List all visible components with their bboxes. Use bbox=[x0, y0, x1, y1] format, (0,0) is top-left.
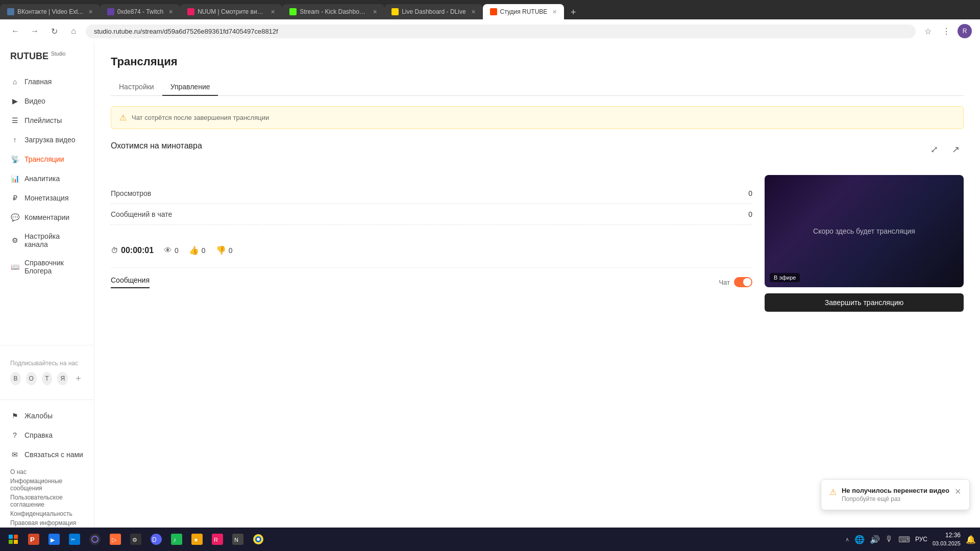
viewer-count: 👁 0 bbox=[164, 246, 179, 255]
footer-link-info[interactable]: Информационные сообщения bbox=[10, 478, 84, 492]
taskbar-expand[interactable]: ∧ bbox=[845, 536, 849, 543]
stream-title: Охотимся на минотавра bbox=[111, 141, 202, 151]
nav-item-home[interactable]: ⌂ Главная bbox=[0, 72, 94, 91]
sidebar: RUTUBE Studio ⌂ Главная ▶ Видео ☰ Плейли… bbox=[0, 43, 94, 551]
social-vk[interactable]: В bbox=[10, 372, 21, 385]
nav-item-comments[interactable]: 💬 Комментарии bbox=[0, 208, 94, 227]
social-zen[interactable]: Я bbox=[57, 372, 68, 385]
stat-views-label: Просмотров bbox=[111, 189, 737, 197]
footer-link-terms[interactable]: Пользовательское соглашение bbox=[10, 494, 84, 508]
taskbar-discord[interactable]: D bbox=[147, 530, 165, 548]
nav-item-analytics[interactable]: 📊 Аналитика bbox=[0, 169, 94, 188]
main-content: Трансляция Настройки Управление ⚠ Чат со… bbox=[94, 43, 980, 551]
tab-settings[interactable]: Настройки bbox=[111, 79, 162, 96]
footer-link-legal[interactable]: Правовая информация bbox=[10, 519, 84, 527]
taskbar-snip[interactable]: ✂ bbox=[65, 530, 84, 548]
taskbar-system-tray: ∧ 🌐 🔊 🎙 ⌨ РУС 12:36 03.03.2025 🔔 bbox=[845, 531, 976, 547]
chat-toggle-switch[interactable] bbox=[734, 277, 752, 287]
new-tab-button[interactable]: + bbox=[566, 5, 580, 19]
taskbar-app9[interactable]: ★ bbox=[188, 530, 206, 548]
social-icons: В О T Я + bbox=[10, 372, 84, 385]
tab-dlive-close[interactable]: ✕ bbox=[471, 9, 476, 15]
notification-close[interactable]: ✕ bbox=[954, 487, 961, 496]
video-placeholder-text: Скоро здесь будет трансляция bbox=[813, 226, 915, 237]
tab-kick-close[interactable]: ✕ bbox=[373, 9, 377, 15]
upload-icon: ↑ bbox=[10, 135, 19, 144]
eye-icon: 👁 bbox=[164, 246, 172, 255]
svg-rect-0 bbox=[9, 535, 13, 539]
video-icon: ▶ bbox=[10, 96, 19, 106]
tab-dlive[interactable]: Live Dashboard - DLive ✕ bbox=[384, 4, 482, 19]
taskbar-keyboard[interactable]: ⌨ bbox=[898, 535, 910, 544]
tab-rutube-close[interactable]: ✕ bbox=[552, 9, 557, 15]
taskbar-chrome[interactable] bbox=[249, 530, 267, 548]
tab-nuum[interactable]: NUUM | Смотрите видео, кли... ✕ bbox=[180, 4, 282, 19]
nav-item-contact[interactable]: ✉ Связаться с нами bbox=[0, 445, 94, 464]
taskbar-app6[interactable]: ⚙ bbox=[127, 530, 145, 548]
footer-link-about[interactable]: О нас bbox=[10, 468, 84, 475]
stat-chat-messages: Сообщений в чате 0 bbox=[111, 204, 752, 225]
messages-tab-label[interactable]: Сообщения bbox=[111, 276, 150, 288]
nav-item-upload[interactable]: ↑ Загрузка видео bbox=[0, 130, 94, 149]
address-input[interactable] bbox=[86, 24, 916, 38]
timer-value: 00:00:01 bbox=[121, 246, 154, 255]
taskbar-powerpoint[interactable]: P bbox=[24, 530, 43, 548]
social-add[interactable]: + bbox=[73, 372, 84, 385]
svg-text:♪: ♪ bbox=[173, 536, 176, 543]
tab-management[interactable]: Управление bbox=[162, 79, 218, 96]
dislike-icon: 👎 bbox=[216, 245, 226, 255]
nav-item-streams[interactable]: 📡 Трансляции bbox=[0, 149, 94, 169]
tab-rutube[interactable]: Студия RUTUBE ✕ bbox=[483, 4, 565, 19]
stream-controls: ⏱ 00:00:01 👁 0 👍 0 👎 0 bbox=[111, 237, 752, 255]
reload-button[interactable]: ↻ bbox=[47, 24, 61, 38]
taskbar-app10[interactable]: R bbox=[208, 530, 227, 548]
tab-nuum-close[interactable]: ✕ bbox=[271, 9, 275, 15]
nav-label-blogger-guide: Справочник Блогера bbox=[24, 259, 84, 275]
tab-twitch[interactable]: 0xde874 - Twitch ✕ bbox=[100, 4, 181, 19]
chat-toggle-label: Чат bbox=[719, 279, 730, 286]
logo: RUTUBE Studio bbox=[0, 51, 94, 72]
tab-kick[interactable]: Stream - Kick Dashboard ✕ bbox=[282, 4, 384, 19]
back-button[interactable]: ← bbox=[8, 24, 22, 38]
nav-item-playlists[interactable]: ☰ Плейлисты bbox=[0, 111, 94, 130]
forward-button[interactable]: → bbox=[28, 24, 42, 38]
social-ok[interactable]: О bbox=[26, 372, 37, 385]
nav-label-help: Справка bbox=[24, 431, 53, 439]
nav-item-complaints[interactable]: ⚑ Жалобы bbox=[0, 406, 94, 425]
browser-menu-button[interactable]: ⋮ bbox=[939, 24, 953, 38]
tab-kick-label: Stream - Kick Dashboard bbox=[300, 8, 368, 15]
taskbar-obs[interactable] bbox=[86, 530, 104, 548]
contact-icon: ✉ bbox=[10, 450, 19, 459]
taskbar-media[interactable]: ▶ bbox=[45, 530, 63, 548]
social-tg[interactable]: T bbox=[42, 372, 53, 385]
home-button[interactable]: ⌂ bbox=[66, 24, 81, 38]
start-button[interactable] bbox=[4, 530, 22, 548]
nav-item-channel-settings[interactable]: ⚙ Настройка канала bbox=[0, 227, 94, 254]
taskbar-app11[interactable]: N bbox=[229, 530, 247, 548]
taskbar-app5[interactable]: ▷ bbox=[106, 530, 125, 548]
taskbar-mic[interactable]: 🎙 bbox=[885, 535, 893, 544]
warning-text: Чат сотрётся после завершения трансляции bbox=[132, 114, 269, 121]
share-button[interactable]: ⤢ bbox=[926, 141, 942, 158]
nav-item-monetization[interactable]: ₽ Монетизация bbox=[0, 188, 94, 208]
open-external-button[interactable]: ↗ bbox=[947, 141, 964, 158]
taskbar-app8[interactable]: ♪ bbox=[167, 530, 186, 548]
nav-label-streams: Трансляции bbox=[24, 155, 64, 163]
bookmark-button[interactable]: ☆ bbox=[921, 24, 935, 38]
nav-item-video[interactable]: ▶ Видео bbox=[0, 91, 94, 111]
stream-section: Просмотров 0 Сообщений в чате 0 ⏱ 00:00:… bbox=[111, 175, 964, 312]
svg-text:✂: ✂ bbox=[71, 537, 75, 542]
taskbar-audio[interactable]: 🔊 bbox=[870, 535, 880, 544]
nav-item-blogger-guide[interactable]: 📖 Справочник Блогера bbox=[0, 254, 94, 280]
taskbar-network[interactable]: 🌐 bbox=[854, 535, 865, 544]
nav-item-help[interactable]: ? Справка bbox=[0, 425, 94, 445]
taskbar-lang[interactable]: РУС bbox=[915, 536, 927, 543]
tab-vk-close[interactable]: ✕ bbox=[88, 9, 93, 15]
address-bar-row: ← → ↻ ⌂ ☆ ⋮ R bbox=[0, 19, 980, 43]
end-stream-button[interactable]: Завершить трансляцию bbox=[765, 293, 964, 312]
browser-user-avatar[interactable]: R bbox=[958, 24, 972, 38]
tab-twitch-close[interactable]: ✕ bbox=[168, 9, 173, 15]
footer-link-privacy[interactable]: Конфиденциальность bbox=[10, 510, 84, 517]
tab-vk[interactable]: ВКонтакте | Video Ext... ✕ bbox=[0, 4, 100, 19]
taskbar-notification-center[interactable]: 🔔 bbox=[966, 535, 976, 544]
